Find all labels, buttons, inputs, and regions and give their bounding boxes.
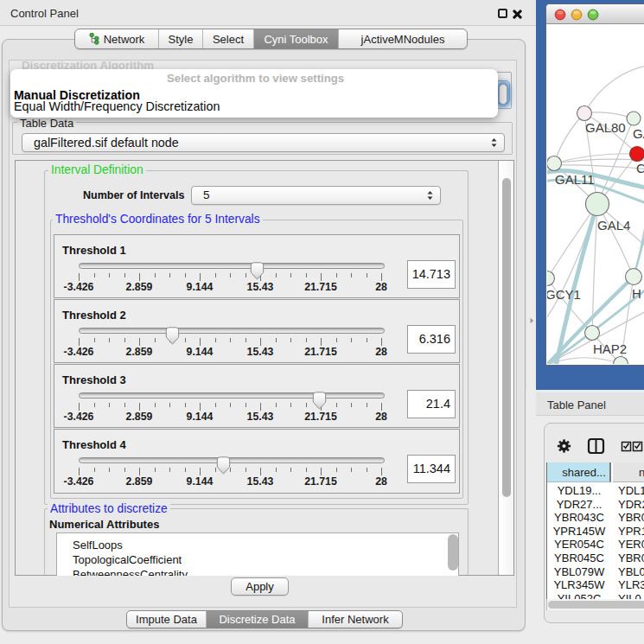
- svg-text:GCY1: GCY1: [547, 287, 581, 302]
- svg-text:GA: GA: [633, 126, 644, 141]
- svg-text:H: H: [632, 286, 641, 301]
- svg-text:C: C: [636, 161, 644, 175]
- svg-text:HAP2: HAP2: [593, 341, 627, 356]
- svg-text:GAL11: GAL11: [555, 172, 595, 187]
- svg-text:GAL4: GAL4: [597, 218, 630, 233]
- svg-text:GAL80: GAL80: [585, 120, 626, 135]
